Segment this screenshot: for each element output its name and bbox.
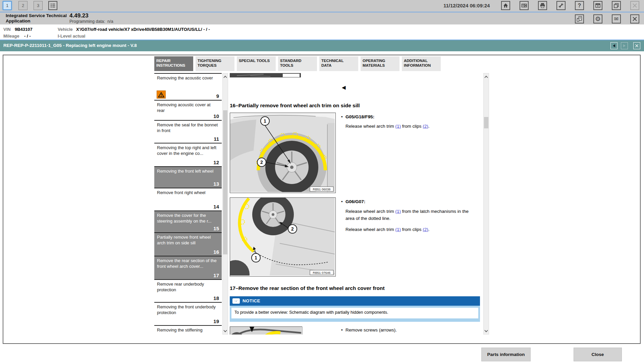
tab-additional-information[interactable]: ADDITIONAL INFORMATION (402, 56, 441, 71)
sidebar-step-12[interactable]: Removing the top right and left cover in… (154, 143, 222, 167)
step-number: 12 (213, 160, 219, 165)
help-button[interactable]: ? (575, 1, 584, 10)
tab-operating-materials[interactable]: OPERATING MATERIALS (361, 56, 399, 71)
settings-button[interactable]: ⚙ (593, 14, 602, 23)
procedure-content: ◀ 16–Partially remove front wheel arch t… (228, 73, 481, 335)
close-document-button[interactable] (633, 42, 640, 49)
operations-report-button[interactable] (575, 14, 584, 23)
reference-link[interactable]: (1) (395, 209, 401, 214)
sidebar-step-18[interactable]: Remove rear underbody protection18 (154, 280, 222, 303)
close-session-button[interactable] (630, 14, 639, 23)
document-tab-row: REPAIR INSTRUCTIONSTIGHTENING TORQUESSPE… (154, 56, 441, 71)
figure-wheel-arch-closeup: 2 1 RB51 07646 (230, 197, 336, 277)
callout-2: 2 (257, 158, 266, 167)
section-remove-screws: • Remove screws (arrows). (341, 327, 477, 333)
figure-label: RB51 06038 (313, 187, 331, 191)
close-icon (632, 3, 638, 8)
bullet: • (341, 114, 345, 120)
vin-value: 9B43107 (15, 27, 33, 32)
content-scrollbar[interactable] (483, 73, 489, 335)
notice-body: To provide a better overview: Schematic … (230, 306, 480, 322)
vehicle-dialog-icon (521, 3, 527, 8)
reference-link[interactable]: (2) (423, 227, 428, 232)
step-number: 15 (213, 226, 219, 231)
step-title: Removing the front underbody protection (157, 304, 219, 315)
scrollbar-thumb[interactable] (223, 110, 227, 254)
sidebar-step-19[interactable]: Removing the front underbody protection1… (154, 303, 222, 326)
workspace-tab-label: 3 (37, 3, 39, 8)
app-version: 4.49.23 (69, 12, 89, 19)
tab-label: STANDARD TOOLS (280, 59, 302, 67)
parts-information-button[interactable]: Parts information (481, 348, 531, 361)
tab-special-tools[interactable]: SPECIAL TOOLS (237, 56, 276, 71)
scroll-down-button[interactable] (223, 328, 228, 334)
position-marker: ◀ (342, 84, 346, 90)
chevron-up-icon (484, 76, 488, 78)
bullet: • (341, 199, 345, 205)
step-title: Remove the seal for the bonnet in front (157, 122, 219, 133)
sidebar-step-15[interactable]: Remove the cover for the steering assemb… (154, 211, 222, 233)
workspace-tab-2[interactable]: 2 (18, 1, 28, 10)
figure-wheel-arch-front: 1 2 RB51 06038 (230, 113, 336, 193)
sidebar-step-10[interactable]: Removing acoustic cover at rear10 (154, 101, 222, 121)
close-window-button-disabled (630, 1, 639, 10)
sidebar-step-partial[interactable]: Removing the stiffening (154, 326, 222, 335)
reference-link[interactable]: (1) (395, 227, 401, 232)
home-button[interactable] (501, 1, 510, 10)
sidebar-step-11[interactable]: Remove the seal for the bonnet in front1… (154, 121, 222, 143)
callout-2: 2 (288, 225, 297, 233)
scroll-up-button[interactable] (223, 74, 228, 80)
messages-button[interactable]: ✉ (612, 14, 621, 23)
step-title: Removing the top right and left cover in… (157, 145, 219, 156)
sidebar-step-13[interactable]: Removing the front left wheel13 (154, 167, 222, 188)
svg-text:2: 2 (291, 226, 294, 232)
close-button[interactable]: Close (574, 348, 622, 361)
home-icon (503, 3, 508, 8)
operations-report-icon (577, 16, 582, 22)
scroll-down-button[interactable] (484, 328, 489, 334)
document-panel: REPAIR INSTRUCTIONSTIGHTENING TORQUESSPE… (3, 55, 641, 344)
figure-partial-top (230, 73, 301, 77)
previous-document-button[interactable] (610, 42, 618, 49)
sidebar-step-16[interactable]: Partially remove front wheel arch trim o… (154, 233, 222, 256)
tools-button[interactable] (556, 1, 566, 10)
warning-icon (157, 90, 166, 99)
wheel-closeup-illustration: 2 1 RB51 07646 (230, 198, 335, 276)
sidebar-step-9[interactable]: Removing the acoustic cover9 (154, 74, 222, 101)
app-name: Integrated Service Technical Application (6, 13, 71, 24)
document-title-bar: REP-REP-P-2211011-1_G05 - Replacing left… (0, 40, 644, 51)
chevron-up-icon (223, 76, 227, 78)
tab-standard-tools[interactable]: STANDARD TOOLS (278, 56, 317, 71)
workspace-list-icon (50, 3, 56, 8)
step-number: 9 (216, 93, 219, 99)
warning-triangle-icon (158, 92, 164, 98)
sidebar-scrollbar[interactable] (222, 73, 228, 335)
reference-link[interactable]: (2) (423, 124, 428, 129)
workspace-tab-label: 2 (22, 3, 24, 8)
chevron-down-icon (484, 330, 488, 332)
step-title: Remove rear underbody protection (157, 282, 219, 293)
scrollbar-thumb[interactable] (484, 117, 488, 128)
notice-title: NOTICE (243, 298, 260, 303)
workspace-tab-1[interactable]: 1 (3, 1, 12, 10)
collapse-panel-button[interactable] (593, 1, 602, 10)
instruction-text: Release wheel arch trim (1) from clips (… (345, 123, 477, 130)
scroll-up-button[interactable] (484, 74, 489, 80)
step-16-heading: 16–Partially remove front wheel arch tri… (230, 103, 360, 109)
step-number: 11 (214, 136, 219, 142)
tab-technical-data[interactable]: TECHNICAL DATA (319, 56, 358, 71)
callout-1: 1 (252, 253, 260, 262)
sidebar-step-17[interactable]: Remove the rear section of the front whe… (154, 256, 222, 280)
workspace-tab-3[interactable]: 3 (34, 1, 43, 10)
tab-tightening-torques[interactable]: TIGHTENING TORQUES (196, 56, 234, 71)
window-restore-button[interactable] (612, 1, 621, 10)
vehicle-dialog-button[interactable] (520, 1, 529, 10)
step-title: Partially remove front wheel arch trim o… (157, 235, 219, 246)
sidebar-step-14[interactable]: Remove front right wheel14 (154, 188, 222, 211)
step-title: Removing the stiffening (157, 327, 219, 333)
workspace-list-button[interactable] (48, 1, 57, 10)
tab-repair-instructions[interactable]: REPAIR INSTRUCTIONS (154, 56, 193, 71)
reference-link[interactable]: (1) (395, 124, 401, 129)
print-button[interactable] (538, 1, 547, 10)
ilevel-label: I-Level actual (58, 34, 85, 39)
